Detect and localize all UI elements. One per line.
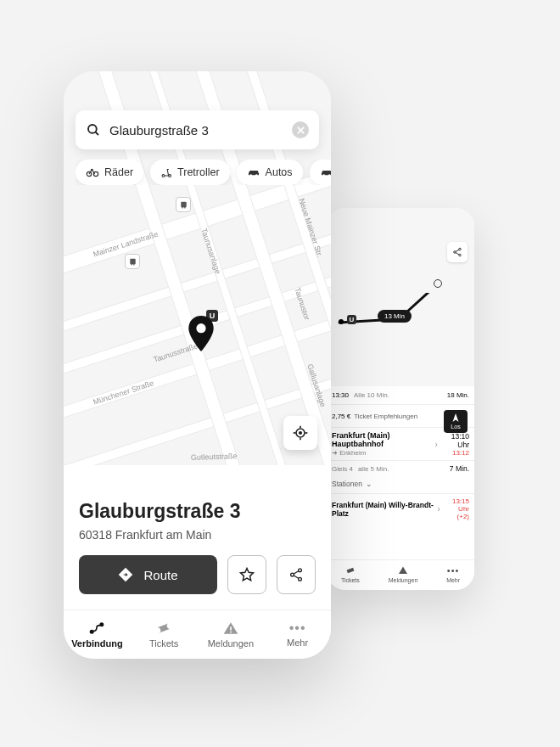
- svg-point-25: [300, 432, 302, 435]
- favorite-button[interactable]: [227, 555, 266, 594]
- tab-more[interactable]: ••• Mehr: [446, 565, 460, 583]
- svg-line-34: [294, 576, 299, 579]
- duration: 18 Min.: [447, 391, 469, 399]
- chip-label: Autos: [266, 166, 293, 178]
- tab-label: Mehr: [446, 577, 460, 583]
- bike-icon: [86, 167, 99, 177]
- tab-label: Mehr: [287, 637, 308, 648]
- tab-reports[interactable]: Meldungen: [389, 565, 418, 583]
- tab-label: Meldungen: [208, 638, 254, 649]
- stop-time: 13:10 Uhr: [441, 432, 469, 449]
- route-button[interactable]: Route: [79, 555, 217, 594]
- svg-line-3: [456, 250, 459, 252]
- route-icon: [88, 621, 105, 636]
- stop-destination: ➜ Enkheim: [332, 449, 431, 457]
- stations-expand[interactable]: Stationen ⌄: [327, 476, 474, 494]
- directions-icon: [118, 567, 133, 582]
- go-button[interactable]: Los: [444, 410, 468, 433]
- secondary-phone-mockup: U 13 Min 13:30 Alle 10 Min. 18 Min. Los …: [327, 208, 474, 590]
- svg-point-12: [88, 125, 97, 133]
- tab-label: Verbindung: [71, 638, 123, 649]
- transit-stop-icon: [125, 254, 140, 269]
- stop-meta-row: Gleis 4 alle 5 Min. 7 Min.: [327, 461, 474, 476]
- tab-tickets[interactable]: Tickets: [341, 565, 360, 583]
- place-title: Glauburgstraße 3: [79, 500, 316, 523]
- go-label: Los: [444, 424, 468, 430]
- svg-point-6: [131, 263, 132, 265]
- svg-line-33: [294, 571, 299, 575]
- map-pin-icon: [187, 316, 216, 351]
- more-icon: •••: [289, 621, 306, 635]
- svg-rect-38: [230, 632, 232, 633]
- action-row: Route: [79, 555, 316, 594]
- route-end-marker: [434, 279, 442, 288]
- tab-reports[interactable]: Meldungen: [198, 610, 265, 659]
- crosshair-icon: [292, 424, 309, 441]
- stop-delay: (+2): [444, 513, 469, 520]
- stop-name: Frankfurt (Main) Willy-Brandt-Platz: [332, 501, 434, 518]
- route-start-marker: [339, 319, 344, 324]
- mini-tabbar: Tickets Meldungen ••• Mehr: [327, 559, 474, 590]
- more-icon: •••: [447, 565, 460, 576]
- svg-point-35: [90, 630, 94, 634]
- tab-connection[interactable]: Verbindung: [64, 610, 131, 659]
- stop-row-2[interactable]: Frankfurt (Main) Willy-Brandt-Platz › 13…: [327, 494, 474, 524]
- stop-name: Frankfurt (Main) Hauptbahnhof: [332, 431, 431, 448]
- svg-point-7: [133, 263, 135, 265]
- filter-chip-row[interactable]: Räder Tretroller Autos On Demand: [76, 160, 331, 185]
- search-bar[interactable]: [76, 110, 319, 149]
- stop-time: 13:15 Uhr: [444, 497, 469, 513]
- place-sheet: Glauburgstraße 3 60318 Frankfurt am Main…: [64, 481, 331, 609]
- warning-icon: [398, 565, 408, 576]
- svg-point-20: [249, 174, 251, 176]
- clear-search-button[interactable]: [292, 121, 309, 138]
- transit-stop-icon: [176, 197, 191, 212]
- tab-label: Tickets: [149, 638, 178, 649]
- u-badge-mini: U: [347, 315, 356, 324]
- filter-chip-scooters[interactable]: Tretroller: [150, 160, 230, 185]
- svg-point-10: [184, 206, 186, 208]
- map-label: Gutleutstraße: [191, 452, 238, 462]
- scooter-icon: [160, 166, 172, 178]
- svg-point-22: [322, 174, 324, 176]
- car-icon: [247, 167, 260, 177]
- ticket-icon: [155, 621, 172, 636]
- map-label: Taunusanlage: [199, 227, 222, 274]
- interval: alle 5 Min.: [358, 465, 389, 473]
- filter-chip-cars[interactable]: Autos: [237, 160, 303, 185]
- share-button[interactable]: [277, 555, 316, 594]
- tab-label: Meldungen: [389, 577, 418, 583]
- svg-line-4: [456, 253, 459, 256]
- svg-rect-37: [230, 626, 232, 630]
- svg-rect-5: [130, 258, 135, 263]
- tab-more[interactable]: ••• Mehr: [264, 610, 331, 659]
- filter-chip-bikes[interactable]: Räder: [76, 160, 143, 185]
- close-icon: [297, 126, 305, 134]
- share-icon: [288, 567, 304, 582]
- ticket-icon: [345, 565, 356, 576]
- svg-point-18: [162, 175, 165, 177]
- primary-phone-mockup: Mainzer Landstraße Taunusstraße Münchene…: [64, 71, 331, 659]
- share-button[interactable]: [447, 242, 468, 262]
- tab-tickets[interactable]: Tickets: [131, 610, 198, 659]
- time-row: 13:30 Alle 10 Min. 18 Min.: [327, 386, 474, 405]
- chip-label: Tretroller: [177, 166, 220, 178]
- depart-time: 13:30: [332, 391, 349, 399]
- warning-icon: [222, 621, 239, 636]
- star-icon: [238, 566, 255, 583]
- svg-line-13: [95, 132, 98, 135]
- tab-label: Tickets: [341, 577, 360, 583]
- chip-label: Räder: [104, 166, 133, 178]
- svg-point-11: [196, 323, 205, 333]
- svg-point-23: [328, 174, 330, 176]
- chevron-down-icon: ⌄: [366, 480, 372, 488]
- stations-label: Stationen: [332, 480, 362, 488]
- filter-chip-on-demand[interactable]: On Demand: [310, 160, 331, 185]
- svg-rect-8: [181, 201, 186, 206]
- ticket-rec-label: Ticket Empfehlungen: [354, 413, 417, 420]
- search-input[interactable]: [109, 123, 283, 138]
- chevron-right-icon: ›: [437, 504, 440, 514]
- tabbar: Verbindung Tickets Meldungen ••• Mehr: [64, 609, 331, 659]
- navigate-icon: [451, 413, 461, 423]
- locate-me-button[interactable]: [283, 416, 317, 450]
